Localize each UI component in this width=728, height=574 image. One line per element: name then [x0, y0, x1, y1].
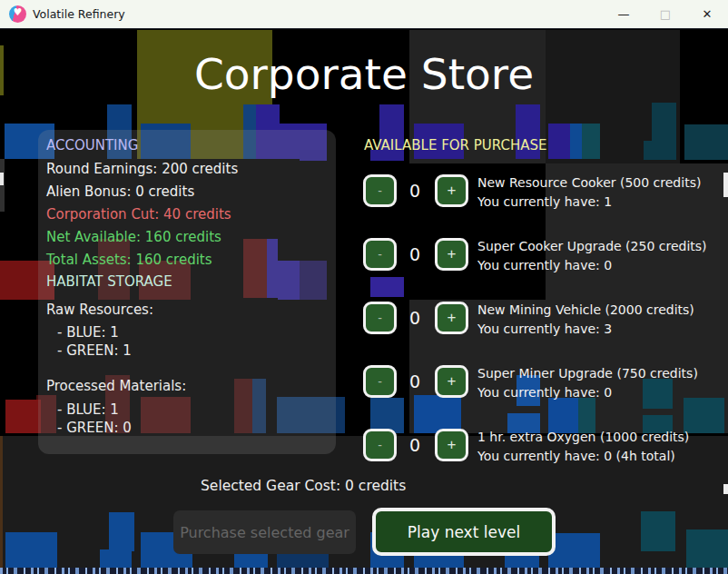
item-label: New Resource Cooker (500 credits) You cu…	[477, 173, 701, 212]
increment-button[interactable]: +	[435, 302, 468, 334]
game-tile	[370, 277, 404, 297]
item-name: 1 hr. extra Oxygen (1000 credits)	[477, 428, 689, 447]
purchase-header: AVAILABLE FOR PURCHASE	[364, 137, 546, 153]
game-tile	[548, 124, 570, 159]
window-controls: — □ ✕	[603, 0, 728, 28]
game-tile	[548, 533, 600, 568]
game-tile	[100, 549, 132, 568]
storage-header: HABITAT STORAGE	[46, 273, 172, 290]
item-name: New Mining Vehicle (2000 credits)	[477, 301, 694, 320]
increment-button[interactable]: +	[435, 238, 468, 271]
purchase-row: - 0 + Super Cooker Upgrade (250 credits)…	[0, 238, 728, 272]
increment-button[interactable]: +	[435, 365, 468, 398]
raw-resource-item: - GREEN: 1	[57, 342, 132, 359]
item-owned: You currently have: 0	[477, 383, 698, 402]
item-name: Super Cooker Upgrade (250 credits)	[477, 237, 707, 256]
game-tile	[684, 124, 728, 160]
item-name: Super Miner Upgrade (750 credits)	[477, 364, 698, 383]
clipped-hud-text	[0, 568, 728, 574]
game-tile	[109, 512, 134, 551]
game-tile	[652, 103, 676, 141]
close-button-icon[interactable]: ✕	[686, 0, 728, 28]
game-window: Volatile Refinery — □ ✕ Corporate Store …	[0, 0, 728, 574]
item-label: Super Cooker Upgrade (250 credits) You c…	[477, 237, 707, 275]
app-icon	[9, 5, 26, 23]
item-owned: You currently have: 3	[477, 320, 694, 339]
item-owned: You currently have: 1	[477, 193, 701, 212]
purchase-row: - 0 + New Resource Cooker (500 credits) …	[0, 174, 728, 209]
quantity-value: 0	[400, 429, 429, 461]
game-tile	[686, 529, 728, 568]
game-tile	[641, 511, 675, 551]
item-label: 1 hr. extra Oxygen (1000 credits) You cu…	[477, 428, 689, 466]
accounting-header: ACCOUNTING	[46, 137, 138, 153]
selected-gear-cost: Selected Gear Cost: 0 credits	[201, 478, 406, 494]
decrement-button[interactable]: -	[363, 174, 397, 207]
item-owned: You currently have: 0 (4h total)	[477, 447, 689, 466]
purchase-row: - 0 + New Mining Vehicle (2000 credits) …	[0, 302, 728, 336]
minimize-button-icon[interactable]: —	[603, 0, 644, 28]
title-bar: Volatile Refinery — □ ✕	[0, 0, 728, 29]
increment-button[interactable]: +	[435, 174, 468, 207]
quantity-value: 0	[400, 238, 429, 271]
game-tile	[5, 532, 57, 568]
game-tile	[644, 141, 676, 160]
purchase-row: - 0 + Super Miner Upgrade (750 credits) …	[0, 365, 728, 400]
decrement-button[interactable]: -	[363, 365, 397, 398]
quantity-value: 0	[400, 302, 429, 334]
game-tile	[570, 124, 582, 159]
decrement-button[interactable]: -	[363, 429, 397, 461]
item-owned: You currently have: 0	[477, 256, 707, 275]
item-label: Super Miner Upgrade (750 credits) You cu…	[477, 364, 698, 402]
decrement-button[interactable]: -	[363, 238, 397, 271]
play-next-level-button[interactable]: Play next level	[372, 508, 556, 556]
decrement-button[interactable]: -	[363, 302, 397, 334]
quantity-value: 0	[400, 365, 429, 398]
purchase-selected-gear-button[interactable]: Purchase selected gear	[173, 510, 356, 554]
processed-material-item: - BLUE: 1	[57, 401, 119, 418]
item-label: New Mining Vehicle (2000 credits) You cu…	[477, 301, 694, 339]
game-tile	[723, 484, 728, 494]
window-title: Volatile Refinery	[33, 0, 125, 28]
quantity-value: 0	[400, 174, 429, 207]
maximize-button-icon[interactable]: □	[644, 0, 686, 28]
page-title: Corporate Store	[0, 49, 728, 99]
game-tile	[414, 395, 461, 433]
item-name: New Resource Cooker (500 credits)	[477, 173, 701, 193]
purchase-row: - 0 + 1 hr. extra Oxygen (1000 credits) …	[0, 429, 728, 463]
increment-button[interactable]: +	[435, 429, 468, 461]
game-tile	[582, 124, 600, 159]
